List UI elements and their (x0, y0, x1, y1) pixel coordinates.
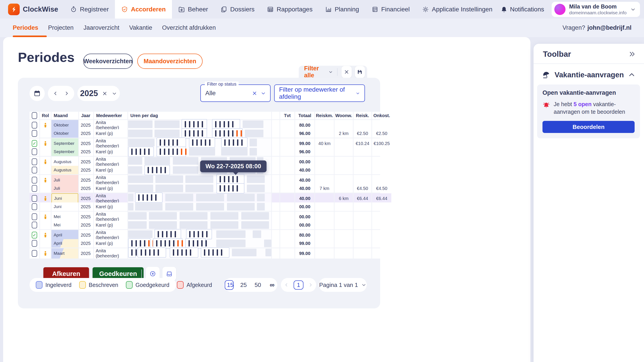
nav-item-registreer[interactable]: Registreer (64, 0, 115, 18)
collapse-sidebar-icon[interactable] (628, 50, 636, 58)
page-label-dropdown[interactable]: Pagina 1 van 1 (319, 278, 367, 292)
table-row[interactable]: Maart2025Anita (beheerder)99.00 (30, 248, 371, 257)
month-cell[interactable]: Juli (52, 175, 78, 185)
status-filter-select[interactable]: Filter op status Alle (200, 84, 270, 102)
chevron-right-icon[interactable] (308, 282, 313, 288)
employee-filter-select[interactable]: Filter op medewerker of afdeling (274, 84, 365, 102)
tab-vakantie[interactable]: Vakantie (124, 18, 157, 37)
row-checkbox[interactable] (32, 203, 37, 210)
table-row[interactable]: Juni2025Karel (p)00.00 (30, 202, 371, 211)
week-hours-box[interactable] (156, 147, 186, 157)
week-hours-box[interactable] (201, 247, 230, 258)
tab-projecten[interactable]: Projecten (43, 18, 78, 37)
month-cell[interactable]: Augustus (52, 157, 78, 167)
brand[interactable]: ClockWise (0, 3, 58, 15)
nav-item-financieel[interactable]: Financieel (366, 0, 416, 18)
week-hours-box[interactable] (154, 229, 181, 239)
table-row[interactable]: ✓September2025Anita (beheerder)99.0040 k… (30, 138, 371, 147)
save-filter-button[interactable] (355, 66, 365, 78)
month-cell[interactable]: April (52, 230, 78, 240)
month-cell[interactable]: September (52, 138, 78, 149)
week-hours-box[interactable] (135, 192, 162, 203)
weekoverzichten-button[interactable]: Weekoverzichten (83, 54, 133, 69)
week-hours-box[interactable] (144, 165, 170, 175)
close-icon[interactable] (252, 90, 258, 96)
row-checkbox[interactable] (32, 240, 37, 247)
current-page[interactable]: 1 (294, 281, 304, 290)
week-hours-box[interactable] (185, 238, 206, 249)
month-cell[interactable]: Oktober (52, 129, 78, 138)
nav-item-dossiers[interactable]: Dossiers (214, 0, 261, 18)
table-row[interactable]: September2025Karel (p)96.00 (30, 147, 371, 156)
row-checkbox[interactable] (32, 158, 37, 165)
month-cell[interactable]: Mei (52, 221, 78, 229)
nav-item-applicatie-instellingen[interactable]: Applicatie Instellingen (416, 0, 499, 18)
nav-item-beheer[interactable]: Beheer (172, 0, 214, 18)
table-row[interactable]: Oktober2025Karel (p)96.002 km€2.50€2.50 (30, 129, 371, 138)
month-cell[interactable]: Juli (52, 184, 78, 193)
table-row[interactable]: Oktober2025Anita (beheerder)80.00 (30, 120, 371, 128)
page-size-option[interactable]: ∞ (268, 281, 276, 289)
nav-item-accorderen[interactable]: Accorderen (115, 0, 172, 18)
month-cell[interactable]: Augustus (52, 166, 78, 174)
week-hours-box[interactable] (156, 137, 186, 148)
row-checkbox[interactable]: ✓ (32, 140, 37, 147)
year-select[interactable]: 2025 (77, 86, 120, 101)
maandoverzichten-button[interactable]: Maandoverzichten (137, 54, 202, 69)
month-cell[interactable]: April (52, 239, 78, 248)
beoordelen-button[interactable]: Beoordelen (542, 121, 634, 133)
week-hours-box[interactable] (216, 174, 244, 184)
row-checkbox[interactable] (32, 222, 37, 228)
help-email[interactable]: john@bedrijf.nl (588, 24, 632, 31)
chevron-right-icon[interactable] (64, 90, 70, 96)
row-checkbox[interactable]: ✓ (32, 232, 37, 238)
week-hours-box[interactable] (189, 137, 215, 148)
table-row[interactable]: Juli2025Karel (p)40.007 km€4.50€4.50 (30, 184, 371, 193)
month-cell[interactable]: Juni (52, 193, 78, 204)
notifications-button[interactable]: Notifications (501, 6, 544, 13)
row-checkbox[interactable] (32, 122, 37, 128)
table-row[interactable]: April2025Karel (p)99.00 (30, 239, 371, 248)
week-hours-box[interactable] (212, 119, 240, 129)
page-size-option[interactable]: 50 (253, 282, 262, 289)
week-hours-box[interactable] (186, 229, 212, 239)
table-row[interactable]: Juni2025Anita (beheerder)40.006 km€6.44€… (30, 193, 371, 202)
chevron-left-icon[interactable] (284, 282, 289, 288)
row-checkbox[interactable] (32, 167, 37, 173)
table-row[interactable]: Juli2025Anita (beheerder)40.00 (30, 175, 371, 183)
tab-overzicht-afdrukken[interactable]: Overzicht afdrukken (157, 18, 221, 37)
row-checkbox[interactable] (32, 177, 37, 183)
vakantie-aanvragen-section[interactable]: Vakantie-aanvragen (534, 64, 644, 83)
nav-item-planning[interactable]: Planning (319, 0, 366, 18)
table-row[interactable]: Mei2025Anita (beheerder)00.00 (30, 212, 371, 220)
week-hours-box[interactable] (170, 247, 198, 258)
month-cell[interactable]: Juni (52, 202, 78, 211)
week-hours-box[interactable] (182, 128, 207, 139)
close-icon[interactable] (102, 91, 108, 96)
filter-alle-dropdown[interactable]: Filter alle (304, 65, 333, 79)
page-size-option[interactable]: 15 (225, 280, 234, 290)
week-hours-box[interactable] (212, 128, 242, 139)
row-checkbox[interactable] (32, 130, 37, 137)
table-row[interactable]: Mei2025Karel (p)00.00 (30, 221, 371, 229)
week-hours-box[interactable] (153, 238, 182, 249)
week-hours-box[interactable] (128, 247, 136, 258)
clear-filter-button[interactable] (342, 66, 352, 78)
month-cell[interactable]: Mei (52, 212, 78, 222)
month-cell[interactable]: Maart (52, 248, 78, 259)
tab-jaaroverzicht[interactable]: Jaaroverzicht (78, 18, 124, 37)
row-checkbox[interactable] (32, 250, 37, 257)
row-checkbox[interactable] (32, 185, 37, 192)
week-hours-box[interactable] (182, 119, 207, 129)
week-hours-box[interactable] (128, 147, 154, 157)
user-menu[interactable]: Mila van de Boom domeinnaam.clockwise.in… (552, 2, 640, 17)
month-cell[interactable]: Oktober (52, 120, 78, 130)
chevron-left-icon[interactable] (52, 90, 58, 96)
calendar-button[interactable] (30, 86, 45, 101)
page-size-option[interactable]: 25 (239, 282, 248, 289)
month-cell[interactable]: September (52, 147, 78, 156)
row-checkbox[interactable] (32, 195, 37, 202)
row-checkbox[interactable] (32, 213, 37, 220)
tab-periodes[interactable]: Periodes (13, 18, 43, 37)
week-hours-box[interactable] (128, 238, 150, 249)
